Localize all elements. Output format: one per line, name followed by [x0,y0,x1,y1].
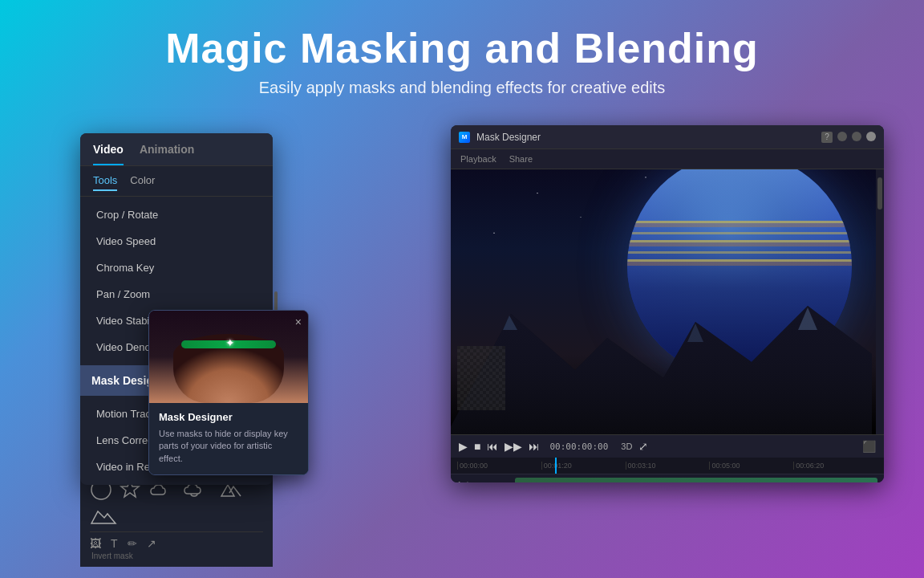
sparkle-icon: ✦ [225,336,235,349]
tab-video[interactable]: Video [93,143,124,165]
panel-sub-tabs: Tools Color [80,166,273,197]
item-crop-rotate[interactable]: Crop / Rotate [80,201,273,228]
shapes-grid [90,478,263,527]
tab-animation[interactable]: Animation [140,143,194,165]
editor-titlebar: M Mask Designer ? [451,125,884,149]
minimize-button[interactable] [837,132,847,141]
ruler-marks: 00:00:00 00:01:20 00:03:10 00:05:00 00:0… [457,462,877,470]
ruler-mark-0: 00:00:00 [457,462,541,470]
close-button[interactable] [866,132,876,141]
ruler-mark-4: 00:06:20 [793,462,877,470]
video-canvas [451,169,884,434]
fullscreen-button[interactable]: ⤢ [638,440,648,453]
content-area: Video Animation Tools Color Crop / Rotat… [0,117,924,567]
track-content[interactable]: 4.video.mp4 [515,478,877,483]
tooltip-person-image: ✦ [149,311,308,403]
moon-stripes [627,221,852,269]
help-button[interactable]: ? [821,132,833,143]
ruler-mark-3: 00:05:00 [709,462,793,470]
page-header: Magic Masking and Blending Easily apply … [0,0,924,109]
editor-nav: Playback Share [451,149,884,169]
ruler-mark-2: 00:03:10 [626,462,710,470]
tooltip-close-button[interactable]: × [295,315,302,328]
maximize-button[interactable] [852,132,861,141]
sub-tab-color[interactable]: Color [130,174,155,191]
nav-share[interactable]: Share [509,154,533,169]
right-scrollbar[interactable] [876,169,884,434]
checkerboard-mask [457,346,505,410]
playback-controls: ▶ ■ ⏮ ▶▶ ⏭ 00:00:00:00 3D ⤢ ⬛ [451,434,884,458]
mountain-silhouette [451,290,884,434]
stop-button[interactable]: ■ [474,440,480,453]
page-subtitle: Easily apply masks and blending effects … [0,79,924,97]
tooltip-image: ✦ [149,311,308,403]
prev-frame-button[interactable]: ⏮ [487,440,498,453]
editor-logo: M [459,132,470,143]
mask-shapes-panel: 🖼 T ✏ ↗ Invert mask [80,472,273,567]
item-chroma-key[interactable]: Chroma Key [80,254,273,281]
tooltip-description: Use masks to hide or display key parts o… [159,428,298,465]
image-tool-icon[interactable]: 🖼 [90,537,101,550]
editor-title: Mask Designer [476,132,815,143]
track-filename: 4.video.mp4 [520,482,559,483]
scroll-thumb[interactable] [877,177,882,210]
tooltip-title: Mask Designer [159,411,298,423]
item-pan-zoom[interactable]: Pan / Zoom [80,281,273,307]
tooltip-content-area: Mask Designer Use masks to hide or displ… [149,403,308,474]
skip-forward-button[interactable]: ⏭ [529,440,540,453]
arrow-tool-icon[interactable]: ↗ [147,537,156,550]
mask-designer-tooltip: ✦ Mask Designer Use masks to hide or dis… [148,310,309,475]
editor-window-controls: ? [821,132,876,143]
nav-playback[interactable]: Playback [460,154,496,169]
pen-tool-icon[interactable]: ✏ [128,537,137,550]
shape-mountain2[interactable] [90,507,119,527]
timeline-track: 1. * 4.video.mp4 [451,474,884,482]
track-label: 1. * [451,481,515,482]
timeline-ruler: 00:00:00 00:01:20 00:03:10 00:05:00 00:0… [451,458,884,474]
item-video-speed[interactable]: Video Speed [80,228,273,254]
page-title: Magic Masking and Blending [0,24,924,72]
ruler-mark-1: 00:01:20 [541,462,626,470]
video-editor: M Mask Designer ? Playback Share [451,125,884,482]
invert-mask-label: Invert mask [90,552,263,560]
text-tool-icon[interactable]: T [111,537,118,550]
time-display: 00:00:00:00 [549,442,608,452]
next-frame-button[interactable]: ▶▶ [505,440,522,453]
screen-icon[interactable]: ⬛ [862,440,876,453]
play-button[interactable]: ▶ [459,440,468,453]
sub-tab-tools[interactable]: Tools [93,174,117,191]
3d-mode-button[interactable]: 3D [621,442,632,451]
playhead[interactable] [555,458,557,474]
bottom-toolbar: 🖼 T ✏ ↗ [90,531,263,550]
panel-main-tabs: Video Animation [80,133,273,166]
